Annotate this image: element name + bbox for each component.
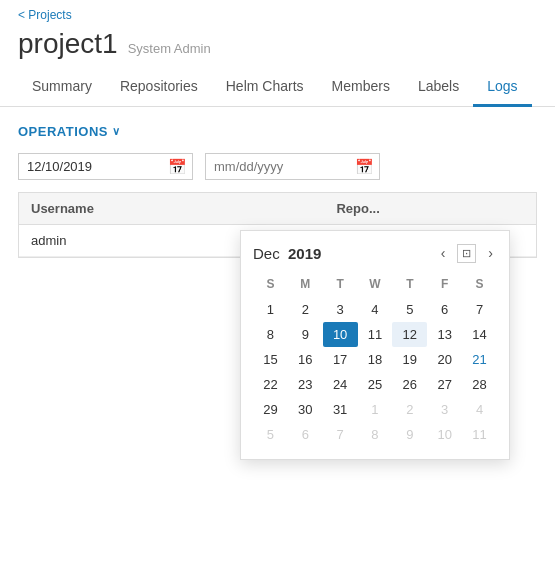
col-username: Username [19,193,324,224]
calendar-day[interactable]: 29 [253,397,288,422]
calendar-day: 4 [462,397,497,422]
calendar-day[interactable]: 31 [323,397,358,422]
nav-tab-helm-charts[interactable]: Helm Charts [212,68,318,107]
calendar-day: 10 [427,422,462,447]
nav-tab-logs[interactable]: Logs [473,68,531,107]
calendar-dow: S [253,273,288,297]
calendar-dow: T [323,273,358,297]
calendar-grid: SMTWTFS123456789101112131415161718192021… [253,273,497,447]
project-title: project1 [18,28,118,60]
date-from-wrap: 📅 [18,153,193,180]
calendar-day[interactable]: 13 [427,322,462,347]
date-to-wrap: 📅 [205,153,380,180]
calendar-day: 7 [323,422,358,447]
calendar-day[interactable]: 12 [392,322,427,347]
calendar-day[interactable]: 17 [323,347,358,372]
calendar-popup: Dec 2019 ‹ ⊡ › SMTWTFS123456789101112131… [240,230,510,460]
calendar-day[interactable]: 15 [253,347,288,372]
date-to-input[interactable] [205,153,380,180]
calendar-day: 6 [288,422,323,447]
calendar-day[interactable]: 2 [288,297,323,322]
calendar-prev-btn[interactable]: ‹ [437,243,450,263]
project-header: project1 System Admin [0,24,555,68]
calendar-day[interactable]: 1 [253,297,288,322]
nav-tab-summary[interactable]: Summary [18,68,106,107]
calendar-day[interactable]: 4 [358,297,393,322]
calendar-day[interactable]: 28 [462,372,497,397]
calendar-day: 8 [358,422,393,447]
calendar-day[interactable]: 8 [253,322,288,347]
calendar-day[interactable]: 16 [288,347,323,372]
calendar-day: 5 [253,422,288,447]
calendar-day: 9 [392,422,427,447]
calendar-day[interactable]: 27 [427,372,462,397]
calendar-day: 2 [392,397,427,422]
calendar-to-icon[interactable]: 📅 [355,158,374,176]
table-header: Username Repo... [19,193,536,225]
calendar-day[interactable]: 10 [323,322,358,347]
calendar-day[interactable]: 5 [392,297,427,322]
calendar-day[interactable]: 7 [462,297,497,322]
calendar-dow: T [392,273,427,297]
calendar-dow: W [358,273,393,297]
calendar-day[interactable]: 9 [288,322,323,347]
calendar-day[interactable]: 30 [288,397,323,422]
calendar-day[interactable]: 22 [253,372,288,397]
calendar-day[interactable]: 25 [358,372,393,397]
calendar-day[interactable]: 11 [358,322,393,347]
calendar-dow: M [288,273,323,297]
calendar-from-icon[interactable]: 📅 [168,158,187,176]
calendar-nav: ‹ ⊡ › [437,243,497,263]
calendar-day: 1 [358,397,393,422]
col-repository: Repo... [324,193,536,224]
calendar-dow: S [462,273,497,297]
calendar-day: 3 [427,397,462,422]
calendar-day[interactable]: 23 [288,372,323,397]
calendar-day[interactable]: 14 [462,322,497,347]
calendar-month-year: Dec 2019 [253,245,321,262]
nav-tabs: SummaryRepositoriesHelm ChartsMembersLab… [0,68,555,107]
calendar-header: Dec 2019 ‹ ⊡ › [253,243,497,263]
calendar-day[interactable]: 26 [392,372,427,397]
operations-button[interactable]: OPERATIONS [18,124,121,139]
calendar-day[interactable]: 24 [323,372,358,397]
calendar-dow: F [427,273,462,297]
calendar-day[interactable]: 18 [358,347,393,372]
calendar-day[interactable]: 20 [427,347,462,372]
date-from-input[interactable] [18,153,193,180]
calendar-today-btn[interactable]: ⊡ [457,244,476,263]
nav-tab-labels[interactable]: Labels [404,68,473,107]
calendar-day[interactable]: 21 [462,347,497,372]
project-role: System Admin [128,41,211,56]
calendar-day[interactable]: 19 [392,347,427,372]
nav-tab-repositories[interactable]: Repositories [106,68,212,107]
calendar-day: 11 [462,422,497,447]
back-link[interactable]: Projects [0,0,555,24]
date-range-row: 📅 📅 [18,153,537,180]
calendar-day[interactable]: 6 [427,297,462,322]
calendar-next-btn[interactable]: › [484,243,497,263]
nav-tab-members[interactable]: Members [318,68,404,107]
calendar-day[interactable]: 3 [323,297,358,322]
